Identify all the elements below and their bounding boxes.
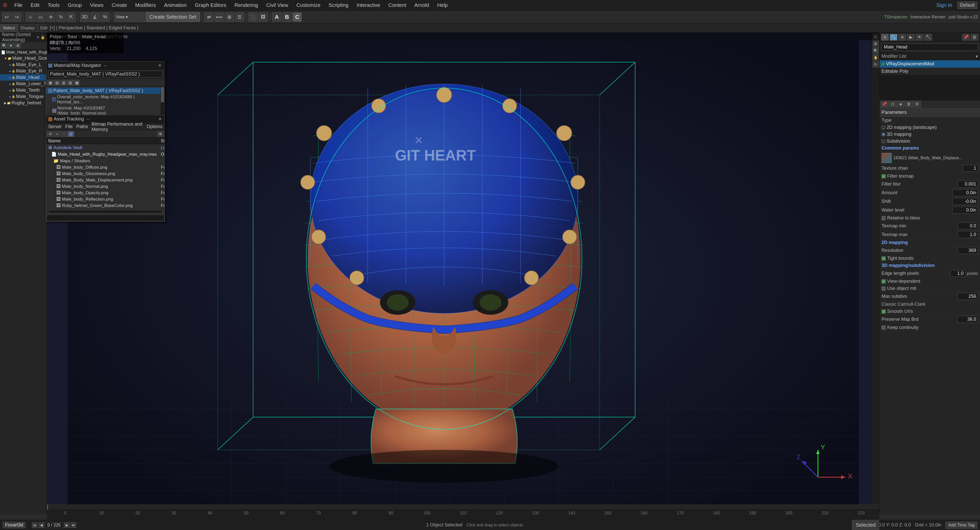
next-frame-btn[interactable]: ▶: [64, 522, 70, 528]
play-anim-btn[interactable]: ⏭: [71, 522, 76, 528]
asset-highlight-btn[interactable]: ⊙: [68, 131, 74, 137]
menu-item-graph-editors[interactable]: Graph Editors: [193, 1, 228, 9]
keep-cont-checkbox[interactable]: [881, 326, 886, 330]
lock-panel-icon[interactable]: 🔒: [41, 35, 45, 39]
mat-nav-icon4[interactable]: ▨: [67, 80, 73, 86]
utilities-tab-btn[interactable]: 🔨: [924, 34, 932, 41]
mat-nav-icon5[interactable]: ▩: [74, 80, 80, 86]
max-subdiv-input[interactable]: [958, 293, 978, 300]
table-row[interactable]: 🖼 Male_body_Reflection.png Found: [46, 196, 164, 203]
configure-sets-btn[interactable]: ⚙: [913, 101, 921, 107]
parameters-section[interactable]: Parameters: [880, 108, 980, 117]
asset-refresh-btn[interactable]: ↺: [47, 131, 53, 137]
table-row[interactable]: 🏛 Autodesk Vault Logged Out..: [46, 145, 164, 151]
play-btn[interactable]: ⏮: [32, 522, 38, 528]
mat-sub-overall-color[interactable]: Overall_color_texture: Map #10183488 ( N…: [46, 94, 161, 105]
redo-button[interactable]: ↪: [12, 13, 21, 22]
select-tab[interactable]: Select: [0, 24, 18, 32]
filter-blur-input[interactable]: [958, 180, 978, 188]
add-time-tag-btn[interactable]: Add Time Tag: [945, 522, 977, 529]
array-tool[interactable]: ⊞: [225, 13, 234, 22]
modifier-list-dropdown[interactable]: ▾: [976, 54, 978, 59]
3d-viewport-content[interactable]: GIT HEART ✕ X Y: [47, 40, 879, 504]
scene-item-tongue[interactable]: ● 🔒 Male_Tongue: [0, 93, 47, 100]
zoom-region-btn[interactable]: 🔍: [873, 48, 879, 54]
shift-input[interactable]: [953, 198, 978, 205]
mat-nav-icon1[interactable]: ▦: [47, 80, 53, 86]
scene-item-male-head[interactable]: ● 🔒 Male_Head: [0, 74, 47, 81]
menu-item-file[interactable]: File: [13, 1, 24, 9]
create-tab-btn[interactable]: +: [881, 34, 889, 41]
scene-item-rugby-helmet[interactable]: ▶ 📁 Rugby_helmet: [0, 100, 47, 106]
snap-angle-tool[interactable]: ∡: [90, 13, 99, 22]
texmap-row[interactable]: 183621 (Male_Body_Male_Displace...: [880, 152, 980, 164]
table-row[interactable]: 📁 Maps / Shaders: [46, 158, 164, 164]
orbit-btn[interactable]: ↻: [873, 61, 879, 67]
display-tab-btn[interactable]: 👁: [916, 34, 923, 41]
asset-menu-paths[interactable]: Paths: [76, 124, 88, 129]
pin-btn[interactable]: 📌: [962, 34, 970, 41]
texmap-max-input[interactable]: [958, 231, 978, 238]
rotate-tool[interactable]: ↻: [56, 13, 65, 22]
table-row[interactable]: 🖼 Male_body_Glossiness.png Found: [46, 171, 164, 177]
material-root-item[interactable]: Patient_Male_body_MAT ( VRayFastSSS2 ): [46, 88, 161, 94]
zoom-extents-btn[interactable]: ⊞: [873, 41, 879, 47]
menu-item-customize[interactable]: Customize: [295, 1, 322, 9]
menu-item-help[interactable]: Help: [436, 1, 449, 9]
make-unique-btn[interactable]: ◈: [897, 101, 905, 107]
scene-file-item[interactable]: 📄 Male_Head_with_Rugby_Headgear: [0, 49, 47, 55]
text-tool-A[interactable]: A: [272, 13, 281, 22]
asset-menu-server[interactable]: Server: [48, 124, 62, 129]
table-row[interactable]: 🖼 Male_Body_Male_Displacement.png Found: [46, 177, 164, 184]
scene-filter-icon[interactable]: ▼: [8, 43, 14, 48]
mat-scrollbar-thumb[interactable]: [161, 87, 164, 102]
tight-bounds-checkbox[interactable]: ✓: [881, 257, 886, 260]
select-region-tool[interactable]: ▭: [36, 13, 45, 22]
close-panel-icon[interactable]: ✕: [37, 35, 40, 39]
asset-menu-file[interactable]: File: [65, 124, 73, 129]
menu-item-content[interactable]: Content: [387, 1, 408, 9]
modifier-item-editable-poly[interactable]: Editable Poly: [880, 68, 980, 75]
scene-settings-icon[interactable]: ⚙: [15, 43, 21, 48]
radio-3d-mapping[interactable]: 3D mapping: [880, 131, 980, 138]
radio-2d-mapping[interactable]: 2D mapping (landscape): [880, 124, 980, 131]
sign-in-label[interactable]: Sign In: [936, 2, 952, 8]
dialog-titlebar-material[interactable]: Material/Map Navigator — ✕: [46, 62, 164, 70]
create-selection-set-button[interactable]: Create Selection Set: [146, 12, 200, 22]
timeline-cursor[interactable]: [47, 505, 48, 509]
snap-percent-tool[interactable]: %: [100, 13, 110, 22]
timeline-track[interactable]: [47, 505, 879, 510]
pin-active-btn[interactable]: 📌: [881, 101, 888, 107]
amount-input[interactable]: [953, 189, 978, 196]
modify-tab-btn[interactable]: 🔧: [890, 34, 897, 41]
menu-item-scripting[interactable]: Scripting: [327, 1, 350, 9]
align-tool[interactable]: ⇌: [204, 13, 213, 22]
pan-btn[interactable]: ✋: [873, 54, 879, 61]
text-tool-C[interactable]: C: [293, 13, 302, 22]
modifier-item-displacement[interactable]: VRayDisplacementMod: [880, 60, 980, 68]
minimize-material-nav[interactable]: —: [103, 63, 108, 68]
scene-item-eye-r[interactable]: ● 🔒 Male_Eye_R: [0, 68, 47, 74]
table-row[interactable]: 🖼 Ruby_helmet_Green_BaseColor.png Found: [46, 203, 164, 209]
asset-collapse-btn[interactable]: -: [61, 131, 67, 137]
menu-item-group[interactable]: Group: [66, 1, 83, 9]
show-end-result-btn[interactable]: ⊡: [889, 101, 896, 107]
scene-search-icon[interactable]: 🔍: [1, 43, 7, 48]
filter-texmap-checkbox[interactable]: ✓: [881, 174, 886, 178]
scale-tool[interactable]: ⇱: [67, 13, 76, 22]
radio-subdivision[interactable]: Subdivision: [880, 138, 980, 145]
water-level-input[interactable]: [953, 207, 978, 214]
object-name-field[interactable]: [880, 42, 980, 53]
table-row[interactable]: 📄 Male_Head_with_Rugby_Headgear_max_vray…: [46, 151, 164, 158]
menu-item-modifiers[interactable]: Modifiers: [134, 1, 158, 9]
layer-manager[interactable]: ☰: [235, 13, 244, 22]
menu-item-arnold[interactable]: Arnold: [413, 1, 431, 9]
prev-frame-btn[interactable]: ◀: [38, 522, 44, 528]
hierarchy-tab-btn[interactable]: ⊕: [899, 34, 906, 41]
material-path-input[interactable]: [48, 71, 162, 78]
asset-menu-options[interactable]: Options: [146, 124, 162, 129]
menu-item-animation[interactable]: Animation: [162, 1, 188, 9]
undo-button[interactable]: ↩: [2, 13, 11, 22]
table-row[interactable]: 🖼 Male_body_Opacity.png Found: [46, 190, 164, 196]
move-tool[interactable]: ✛: [46, 13, 55, 22]
